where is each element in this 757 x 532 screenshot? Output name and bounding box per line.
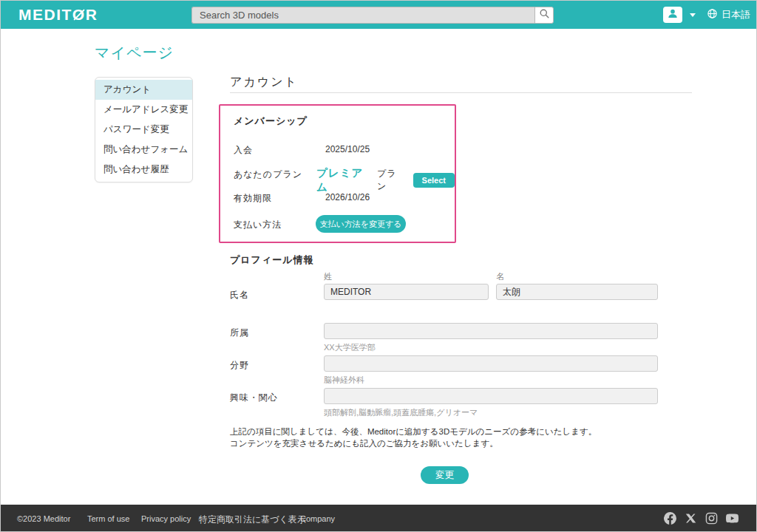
field-hint: 脳神経外科 bbox=[324, 375, 364, 386]
youtube-icon[interactable] bbox=[726, 512, 739, 525]
section-divider bbox=[230, 92, 692, 93]
sidebar-item-change-password[interactable]: パスワード変更 bbox=[95, 120, 192, 140]
section-title-account: アカウント bbox=[230, 75, 298, 90]
interest-hint: 頭部解剖,脳動脈瘤,頭蓋底腫瘍,グリオーマ bbox=[324, 407, 478, 418]
search-icon bbox=[539, 8, 550, 22]
logo-text-post: R bbox=[86, 6, 98, 23]
chevron-down-icon bbox=[690, 13, 696, 17]
payment-label: 支払い方法 bbox=[234, 219, 282, 231]
last-name-input[interactable] bbox=[324, 284, 489, 300]
social-links bbox=[664, 512, 739, 525]
footer-link-terms[interactable]: Term of use bbox=[87, 514, 129, 523]
field-input[interactable] bbox=[324, 355, 658, 372]
account-sidebar: アカウント メールアドレス変更 パスワード変更 問い合わせフォーム 問い合わせ履… bbox=[95, 77, 193, 183]
facebook-icon[interactable] bbox=[664, 512, 676, 525]
language-label: 日本語 bbox=[722, 8, 750, 21]
sidebar-item-contact-history[interactable]: 問い合わせ履歴 bbox=[95, 160, 192, 180]
copyright-text: ©2023 Meditor bbox=[17, 514, 70, 523]
page-title: マイページ bbox=[95, 43, 174, 63]
sidebar-item-change-email[interactable]: メールアドレス変更 bbox=[95, 100, 192, 120]
joined-label: 入会 bbox=[234, 144, 253, 157]
change-payment-button[interactable]: 支払い方法を変更する bbox=[316, 215, 406, 233]
globe-icon bbox=[707, 8, 718, 21]
search-button[interactable] bbox=[534, 7, 554, 24]
user-avatar-box bbox=[663, 7, 682, 23]
search-input[interactable] bbox=[191, 7, 534, 24]
logo-text-pre: MEDIT bbox=[18, 6, 72, 23]
expiry-label: 有効期限 bbox=[234, 192, 272, 205]
affiliation-input[interactable] bbox=[324, 323, 658, 339]
note-line-2: コンテンツを充実させるためにも記入のご協力をお願いいたします。 bbox=[230, 438, 498, 449]
plan-value: プレミアム bbox=[316, 166, 373, 194]
sidebar-item-contact-form[interactable]: 問い合わせフォーム bbox=[95, 140, 192, 160]
submit-change-button[interactable]: 変更 bbox=[421, 466, 469, 484]
search-bar bbox=[191, 7, 554, 24]
membership-title: メンバーシップ bbox=[234, 115, 308, 128]
instagram-icon[interactable] bbox=[705, 512, 718, 525]
page: MEDITOR 日本語 マイページ bbox=[0, 0, 757, 532]
meditor-logo[interactable]: MEDITOR bbox=[18, 6, 98, 24]
plan-row: プレミアム プラン Select bbox=[316, 166, 455, 194]
note-line-1: 上記の項目に関しましては、今後、Meditorに追加する3Dモデルのニーズの参考… bbox=[230, 426, 597, 437]
membership-box: メンバーシップ 入会 2025/10/25 あなたのプラン プレミアム プラン … bbox=[219, 104, 456, 243]
footer-link-privacy[interactable]: Privacy policy bbox=[141, 514, 191, 523]
affiliation-hint: XX大学医学部 bbox=[324, 342, 376, 353]
interest-label: 興味・関心 bbox=[230, 392, 278, 404]
joined-value: 2025/10/25 bbox=[325, 144, 370, 154]
interest-input[interactable] bbox=[324, 388, 658, 404]
name-label: 氏名 bbox=[230, 289, 249, 301]
footer-link-company[interactable]: Company bbox=[300, 514, 335, 523]
profile-section-title: プロフィール情報 bbox=[230, 253, 314, 267]
last-name-label: 姓 bbox=[324, 271, 332, 282]
plan-suffix: プラン bbox=[377, 168, 406, 193]
user-menu[interactable] bbox=[663, 7, 696, 23]
footer-link-commercial-law[interactable]: 特定商取引法に基づく表示 bbox=[199, 514, 306, 526]
affiliation-label: 所属 bbox=[230, 327, 249, 339]
plan-select-button[interactable]: Select bbox=[413, 173, 455, 188]
user-icon bbox=[667, 7, 679, 22]
field-label: 分野 bbox=[230, 359, 249, 372]
top-header-bar: MEDITOR 日本語 bbox=[1, 1, 756, 29]
language-selector[interactable]: 日本語 bbox=[707, 8, 750, 21]
first-name-label: 名 bbox=[496, 271, 504, 282]
footer-bar: ©2023 Meditor Term of use Privacy policy… bbox=[1, 505, 756, 532]
expiry-value: 2026/10/26 bbox=[325, 192, 370, 202]
plan-label: あなたのプラン bbox=[234, 168, 302, 181]
first-name-input[interactable] bbox=[496, 284, 658, 300]
sidebar-item-account[interactable]: アカウント bbox=[95, 80, 192, 100]
logo-slashed-o: O bbox=[72, 6, 86, 24]
x-icon[interactable] bbox=[685, 512, 697, 525]
